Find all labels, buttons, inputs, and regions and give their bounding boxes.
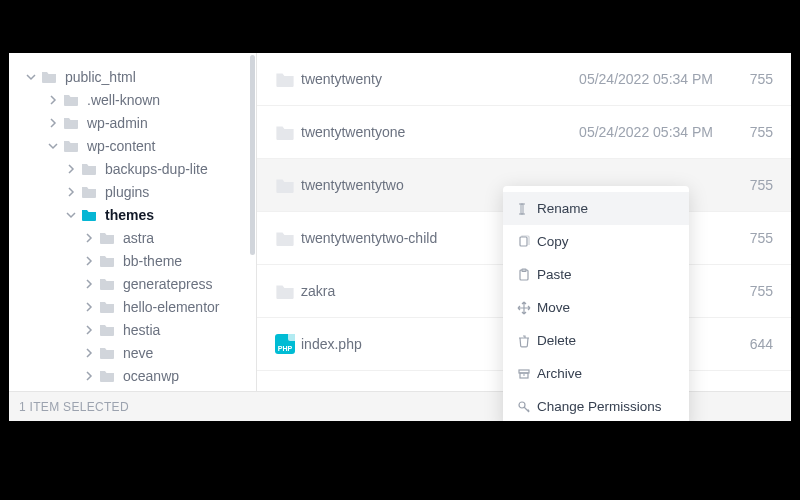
ctx-label: Change Permissions: [537, 399, 662, 414]
tree-node-label: wp-content: [87, 138, 155, 154]
svg-rect-0: [521, 204, 523, 214]
file-date: 05/24/2022 05:34 PM: [543, 71, 713, 87]
php-file-icon: PHP: [275, 334, 295, 354]
folder-icon: [81, 208, 99, 222]
folder-icon: [275, 177, 295, 193]
tree-node-label: generatepress: [123, 276, 213, 292]
copy-icon: [517, 235, 537, 249]
folder-icon: [63, 116, 81, 130]
chevron-right-icon: [83, 348, 95, 358]
folder-icon: [99, 346, 117, 360]
chevron-right-icon: [65, 164, 77, 174]
file-row[interactable]: twentytwenty05/24/2022 05:34 PM755: [257, 53, 791, 106]
chevron-right-icon: [83, 371, 95, 381]
tree-node-astra[interactable]: astra: [9, 226, 256, 249]
tree-node-plugins[interactable]: plugins: [9, 180, 256, 203]
chevron-down-icon: [65, 210, 77, 220]
ctx-change-permissions[interactable]: Change Permissions: [503, 390, 689, 421]
chevron-right-icon: [83, 302, 95, 312]
move-icon: [517, 301, 537, 315]
tree-node-themes[interactable]: themes: [9, 203, 256, 226]
folder-icon: [275, 230, 295, 246]
ctx-label: Paste: [537, 267, 572, 282]
tree-node-bb-theme[interactable]: bb-theme: [9, 249, 256, 272]
file-row[interactable]: twentytwentyone05/24/2022 05:34 PM755: [257, 106, 791, 159]
file-permissions: 755: [713, 283, 773, 299]
selection-status-text: 1 ITEM SELECTED: [19, 400, 129, 414]
tree-node-label: oceanwp: [123, 368, 179, 384]
ctx-label: Move: [537, 300, 570, 315]
context-menu: Rename Copy Paste Move Delete Archive Ch…: [503, 186, 689, 421]
tree-node-oceanwp[interactable]: oceanwp: [9, 364, 256, 387]
folder-icon: [99, 254, 117, 268]
folder-icon: [81, 162, 99, 176]
folder-icon: [275, 283, 295, 299]
archive-icon: [517, 367, 537, 381]
tree-node-hestia[interactable]: hestia: [9, 318, 256, 341]
folder-icon: [63, 139, 81, 153]
file-name: twentytwenty: [301, 71, 543, 87]
file-permissions: 755: [713, 124, 773, 140]
tree-node-backups[interactable]: backups-dup-lite: [9, 157, 256, 180]
tree-node-label: astra: [123, 230, 154, 246]
folder-icon: [99, 231, 117, 245]
folder-icon: [41, 70, 59, 84]
chevron-down-icon: [25, 72, 37, 82]
tree-node-label: plugins: [105, 184, 149, 200]
chevron-right-icon: [83, 279, 95, 289]
file-permissions: 755: [713, 177, 773, 193]
tree-node-label: backups-dup-lite: [105, 161, 208, 177]
selection-status: 1 ITEM SELECTED: [9, 391, 257, 421]
tree-node-public-html[interactable]: public_html: [9, 65, 256, 88]
folder-icon: [99, 300, 117, 314]
folder-tree-sidebar: public_html .well-known wp-admin wp-cont…: [9, 53, 257, 421]
chevron-right-icon: [83, 233, 95, 243]
file-date: 05/24/2022 05:34 PM: [543, 124, 713, 140]
file-manager: public_html .well-known wp-admin wp-cont…: [9, 53, 791, 421]
chevron-right-icon: [47, 118, 59, 128]
svg-rect-1: [520, 237, 527, 246]
folder-icon: [63, 93, 81, 107]
file-permissions: 644: [713, 336, 773, 352]
tree-node-label: hello-elementor: [123, 299, 220, 315]
folder-tree: public_html .well-known wp-admin wp-cont…: [9, 53, 256, 387]
chevron-down-icon: [47, 141, 59, 151]
tree-node-label: neve: [123, 345, 153, 361]
tree-node-label: bb-theme: [123, 253, 182, 269]
paste-icon: [517, 268, 537, 282]
chevron-right-icon: [65, 187, 77, 197]
folder-icon: [275, 124, 295, 140]
chevron-right-icon: [83, 325, 95, 335]
tree-node-generatepress[interactable]: generatepress: [9, 272, 256, 295]
key-icon: [517, 400, 537, 414]
ctx-label: Copy: [537, 234, 569, 249]
tree-node-label: .well-known: [87, 92, 160, 108]
file-permissions: 755: [713, 71, 773, 87]
tree-node-hello-elementor[interactable]: hello-elementor: [9, 295, 256, 318]
chevron-right-icon: [47, 95, 59, 105]
ctx-label: Rename: [537, 201, 588, 216]
folder-icon: [99, 369, 117, 383]
ctx-copy[interactable]: Copy: [503, 225, 689, 258]
file-name: twentytwentyone: [301, 124, 543, 140]
folder-icon: [99, 277, 117, 291]
ctx-paste[interactable]: Paste: [503, 258, 689, 291]
folder-icon: [99, 323, 117, 337]
folder-icon: [81, 185, 99, 199]
ctx-archive[interactable]: Archive: [503, 357, 689, 390]
tree-node-wp-content[interactable]: wp-content: [9, 134, 256, 157]
chevron-right-icon: [83, 256, 95, 266]
file-permissions: 755: [713, 230, 773, 246]
sidebar-scrollbar[interactable]: [250, 55, 255, 255]
tree-node-wp-admin[interactable]: wp-admin: [9, 111, 256, 134]
ctx-rename[interactable]: Rename: [503, 192, 689, 225]
tree-node-label: hestia: [123, 322, 160, 338]
tree-node-well-known[interactable]: .well-known: [9, 88, 256, 111]
tree-node-neve[interactable]: neve: [9, 341, 256, 364]
folder-icon: [275, 71, 295, 87]
tree-node-label: themes: [105, 207, 154, 223]
ctx-label: Archive: [537, 366, 582, 381]
ctx-move[interactable]: Move: [503, 291, 689, 324]
ctx-delete[interactable]: Delete: [503, 324, 689, 357]
tree-node-label: public_html: [65, 69, 136, 85]
